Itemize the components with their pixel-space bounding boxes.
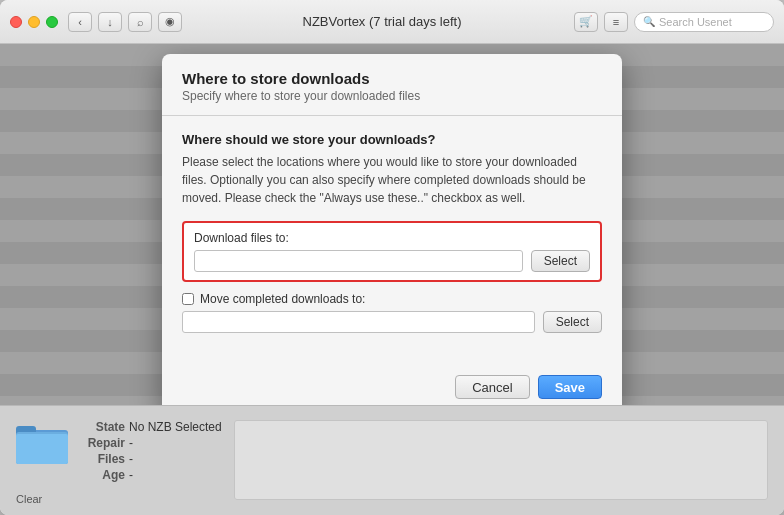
bottom-right-area <box>234 420 768 500</box>
search-box[interactable]: 🔍 Search Usenet <box>634 12 774 32</box>
titlebar-nav-controls: ‹ ↓ ⌕ ◉ <box>68 12 182 32</box>
back-button[interactable]: ‹ <box>68 12 92 32</box>
move-checkbox-row: Move completed downloads to: <box>182 292 602 306</box>
main-window: ‹ ↓ ⌕ ◉ NZBVortex (7 trial days left) 🛒 … <box>0 0 784 515</box>
download-path-input[interactable] <box>194 250 523 272</box>
menu-icon: ≡ <box>613 16 619 28</box>
rss-icon: ◉ <box>165 15 175 28</box>
files-value: - <box>129 452 133 466</box>
traffic-lights <box>10 16 58 28</box>
file-info: State No NZB Selected Repair - Files - A… <box>80 420 222 482</box>
dialog-body: Where should we store your downloads? Pl… <box>162 116 622 365</box>
dialog-subtitle: Specify where to store your downloaded f… <box>182 89 602 103</box>
cart-button[interactable]: 🛒 <box>574 12 598 32</box>
svg-rect-3 <box>16 434 68 464</box>
move-select-button[interactable]: Select <box>543 311 602 333</box>
move-label: Move completed downloads to: <box>200 292 365 306</box>
files-label: Files <box>80 452 125 466</box>
menu-button[interactable]: ≡ <box>604 12 628 32</box>
maximize-button[interactable] <box>46 16 58 28</box>
minimize-button[interactable] <box>28 16 40 28</box>
dialog-description: Please select the locations where you wo… <box>182 153 602 207</box>
back-icon: ‹ <box>78 16 82 28</box>
dialog-section-title: Where should we store your downloads? <box>182 132 602 147</box>
modal-overlay: Where to store downloads Specify where t… <box>0 44 784 405</box>
files-row: Files - <box>80 452 222 466</box>
content-area: Where to store downloads Specify where t… <box>0 44 784 405</box>
titlebar: ‹ ↓ ⌕ ◉ NZBVortex (7 trial days left) 🛒 … <box>0 0 784 44</box>
state-row: State No NZB Selected <box>80 420 222 434</box>
rss-button[interactable]: ◉ <box>158 12 182 32</box>
titlebar-right: 🛒 ≡ 🔍 Search Usenet <box>574 12 774 32</box>
state-label: State <box>80 420 125 434</box>
folder-icon <box>16 422 68 466</box>
dialog-footer: Cancel Save <box>162 365 622 405</box>
move-input-row: Select <box>182 311 602 333</box>
download-button[interactable]: ↓ <box>98 12 122 32</box>
age-row: Age - <box>80 468 222 482</box>
dialog-header: Where to store downloads Specify where t… <box>162 54 622 116</box>
download-to-section: Download files to: Select <box>182 221 602 282</box>
repair-label: Repair <box>80 436 125 450</box>
age-label: Age <box>80 468 125 482</box>
download-label: Download files to: <box>194 231 590 245</box>
zoom-icon: ⌕ <box>137 16 144 28</box>
clear-button[interactable]: Clear <box>16 493 42 505</box>
cart-icon: 🛒 <box>579 15 593 28</box>
search-placeholder: Search Usenet <box>659 16 732 28</box>
window-title: NZBVortex (7 trial days left) <box>190 14 574 29</box>
repair-value: - <box>129 436 133 450</box>
save-button[interactable]: Save <box>538 375 602 399</box>
search-icon: 🔍 <box>643 16 655 27</box>
dialog-title: Where to store downloads <box>182 70 602 87</box>
close-button[interactable] <box>10 16 22 28</box>
dialog: Where to store downloads Specify where t… <box>162 54 622 405</box>
cancel-button[interactable]: Cancel <box>455 375 529 399</box>
download-select-button[interactable]: Select <box>531 250 590 272</box>
move-checkbox[interactable] <box>182 293 194 305</box>
download-input-row: Select <box>194 250 590 272</box>
bottom-bar: State No NZB Selected Repair - Files - A… <box>0 405 784 515</box>
repair-row: Repair - <box>80 436 222 450</box>
zoom-button[interactable]: ⌕ <box>128 12 152 32</box>
age-value: - <box>129 468 133 482</box>
move-completed-section: Move completed downloads to: Select <box>182 292 602 333</box>
move-path-input[interactable] <box>182 311 535 333</box>
download-icon: ↓ <box>107 16 113 28</box>
state-value: No NZB Selected <box>129 420 222 434</box>
